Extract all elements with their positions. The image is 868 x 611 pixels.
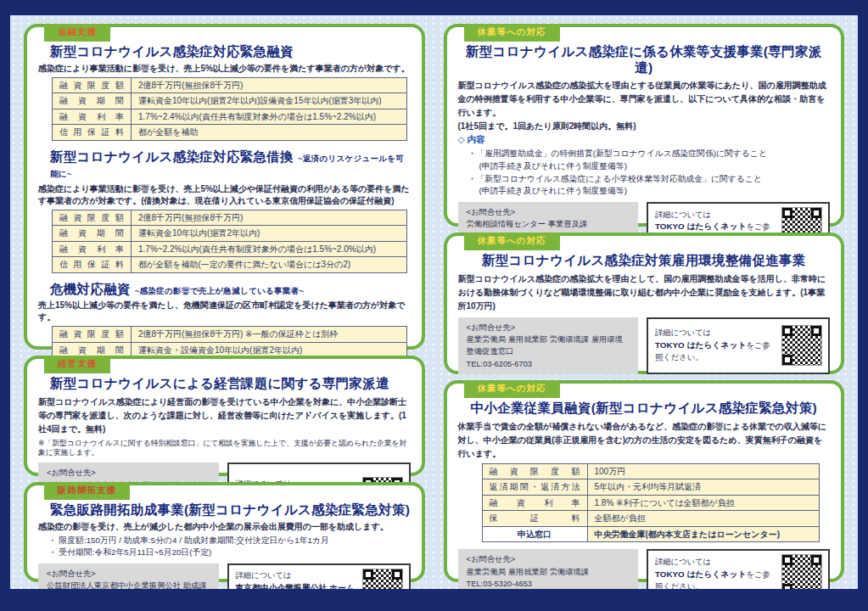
contact-box: <お問合せ先> 産業労働局 雇用就業部 労働環境課 雇用環境整備促進窓口 TEL… [458,317,639,375]
program-title-leave-support: 新型コロナウイルス感染症に係る休業等支援事業(専門家派遣) [458,44,831,76]
card-footer: <お問合せ先> 公益財団法人東京都中小企業振興公社 助成課 TEL:03-325… [38,559,411,589]
contact-line: 産業労働局 雇用就業部 労働環境課 雇用環境整備促進窓口 [467,334,630,358]
row-label: 融資利率 [482,495,587,511]
detail-lead: 詳細については [655,558,711,566]
row-value: 1.8% ※利子については全額都が負担 [587,495,820,511]
program-bullets: ・ 限度額:150万円 / 助成率:5分の4 / 助成対象期間:交付決定日から1… [48,535,411,559]
table-row: 融資利率1.7%~2.2%以内(責任共有制度対象外の場合は1.5%~2.0%以内… [53,241,407,257]
table-row-application-window: 申込窓口中央労働金庫(都内本支店またはローンセンター) [482,526,820,542]
card-leave-support-expert: 休業等への対応 新型コロナウイルス感染症に係る休業等支援事業(専門家派遣) 新型… [444,24,845,227]
row-value: 2億8千万円(無担保8千万円) [132,77,407,93]
row-label: 信用保証料 [53,257,132,273]
row-value: 運転資金10年以内(据置2年以内)設備資金15年以内(据置3年以内) [132,93,407,109]
table-row: 融資期間運転資金10年以内(据置2年以内)設備資金15年以内(据置3年以内) [53,93,407,109]
bullet-item: ・「新型コロナウイルス感染症による小学校休業等対応助成金」に関すること [468,173,831,186]
category-badge-leave: 休業等への対応 [464,233,560,250]
detail-lead: 詳細については [236,571,292,580]
title-text: 新型コロナウイルス感染症対応緊急借換 [50,149,294,164]
program-body: 新型コロナウイルス感染症の感染拡大を理由とする従業員の休業等にあたり、国の雇用調… [458,79,831,120]
card-management-support: 経営支援 新型コロナウイルスによる経営課題に関する専門家派遣 新型コロナウイルス… [24,356,425,476]
row-label: 融資限度額 [53,210,132,226]
detail-text: 詳細については TOKYO はたらくネットをご参照ください。 [655,557,776,589]
row-value: 2億8千万円(無担保8千万円) ※一般の保証枠とは別枠 [132,327,407,343]
row-label: 融資期間 [53,226,132,242]
refinance-terms-table: 融資限度額2億8千万円(無担保8千万円) 融資期間運転資金10年以内(据置2年以… [52,210,407,273]
table-row: 返済期間・返済方法5年以内・元利均等月賦返済 [482,479,820,496]
row-value: 中央労働金庫(都内本支店またはローンセンター) [587,526,820,542]
table-row: 融資利率1.8% ※利子については全額都が負担 [482,495,820,511]
contact-line: <お問合せ先> [467,206,630,218]
row-label: 保証料 [482,511,587,527]
contact-line: 公益財団法人東京都中小企業振興公社 助成課 [47,580,210,589]
category-badge-finance: 金融支援 [44,24,110,42]
contact-line: <お問合せ先> [467,553,630,565]
qr-code [782,555,821,589]
row-label: 信用保証料 [53,125,132,141]
table-row: 保証料全額都が負担 [482,511,820,527]
card-finance-support: 金融支援 新型コロナウイルス感染症対応緊急融資 感染症により事業活動に影響を受け… [24,24,425,350]
program-conditions: (1社5回まで。1回あたり原則2時間以内。無料) [458,120,831,132]
detail-box: 詳細については TOKYO はたらくネットをご参照ください。 [647,317,830,375]
qr-code [363,569,402,589]
category-badge-leave: 休業等への対応 [464,24,560,42]
content-section-label: ◇ 内容 [458,134,831,146]
program-body: 新型コロナウイルス感染症の感染拡大を理由として、国の雇用調整助成金等を活用し、非… [458,272,831,313]
table-row: 融資限度額2億8千万円(無担保8千万円) [53,210,407,226]
row-label: 申込窓口 [482,526,587,542]
row-value: 5年以内・元利均等月賦返済 [587,479,820,496]
program-bullets: ・「雇用調整助成金」の特例措置(新型コロナウイルス感染症関係)に関すること (申… [468,148,831,198]
row-value: 運転資金10年以内(据置2年以内) [132,226,407,242]
row-value: 1.7%~2.2%以内(責任共有制度対象外の場合は1.5%~2.0%以内) [132,241,407,257]
flyer-body: 金融支援 新型コロナウイルス感染症対応緊急融資 感染症により事業活動に影響を受け… [10,15,858,589]
contact-line: <お問合せ先> [47,467,210,479]
card-employee-loan: 休業等への対応 中小企業従業員融資(新型コロナウイルス感染症緊急対策) 休業手当… [444,380,845,582]
bullet-item: ・ 限度額:150万円 / 助成率:5分の4 / 助成対象期間:交付決定日から1… [48,535,411,547]
table-row: 融資期間運転資金10年以内(据置2年以内) [53,226,407,242]
detail-box: 詳細については 東京都中小企業振興公社 ホームページをご参照ください。 [227,563,411,589]
row-value: 都が全額を補助 [132,125,407,141]
bullet-item: ・「雇用調整助成金」の特例措置(新型コロナウイルス感染症関係)に関すること [468,148,831,160]
title-suffix: ~感染症の影響で売上が急減している事業者~ [135,286,304,295]
bullet-subitem: (申請手続き及びそれに伴う制度整備等) [479,160,831,173]
detail-link-name: 東京都中小企業振興公社 ホームページ [236,583,355,589]
program-lead: 感染症の影響を受け、売上が減少した都内中小企業の展示会出展費用の一部を助成します… [38,521,411,533]
program-lead: 感染症により事業活動に影響を受け、売上5%以上減少等の要件を満たす事業者の方が対… [38,63,411,75]
table-row: 融資限度額2億8千万円(無担保8千万円) [53,77,407,93]
row-label: 融資利率 [53,241,132,257]
row-label: 融資利率 [53,109,132,125]
detail-box: 詳細については TOKYO はたらくネットをご参照ください。 [647,549,830,589]
title-text: 危機対応融資 [50,282,131,296]
row-label: 融資期間 [53,93,132,109]
row-label: 融資限度額 [482,463,587,479]
contact-line: 労働相談情報センター 事業普及課 [467,218,630,230]
program-title-employment-env: 新型コロナウイルス感染症対策雇用環境整備促進事業 [458,253,831,269]
flyer-page: { "colors": { "frame_navy": "#18296e", "… [0,0,868,611]
row-value: 100万円 [587,463,820,479]
detail-text: 詳細については 東京都中小企業振興公社 ホームページをご参照ください。 [236,570,356,589]
program-title-expert-dispatch: 新型コロナウイルスによる経営課題に関する専門家派遣 [50,376,411,392]
contact-line: TEL:03-5320-4653 [467,578,630,589]
row-label: 返済期間・返済方法 [482,479,587,496]
category-badge-leave: 休業等への対応 [464,380,560,398]
card-footer: <お問合せ先> 産業労働局 雇用就業部 労働環境課 TEL:03-5320-46… [458,545,831,589]
row-label: 融資限度額 [53,327,132,343]
detail-link-name: TOKYO はたらくネット [655,569,747,579]
program-note: ※「新型コロナウイルスに関する特別相談窓口」にて相談を実施した上で、支援が必要と… [38,439,411,459]
bullet-subitem: (申請手続き及びそれに伴う制度整備等) [479,185,831,198]
table-row: 融資限度額2億8千万円(無担保8千万円) ※一般の保証枠とは別枠 [53,327,407,343]
bullet-item: ・ 受付期間:令和2年5月11日~5月20日(予定) [48,547,411,559]
detail-lead: 詳細については [655,328,711,337]
card-footer: <お問合せ先> 産業労働局 雇用就業部 労働環境課 雇用環境整備促進窓口 TEL… [458,313,831,375]
table-row: 信用保証料都が全額を補助(一定の要件に満たない場合には3分の2) [53,257,407,273]
contact-line: <お問合せ先> [467,322,630,334]
program-lead: 感染症により事業活動に影響を受け、売上5%以上減少や保証付融資の利用がある等の要… [38,183,411,207]
program-lead: 売上15%以上減少等の要件を満たし、危機関連保証の区市町村認定を受けた事業者の方… [38,300,411,323]
category-badge-sales-channel: 販路開拓支援 [44,482,130,500]
employee-loan-terms-table: 融資限度額100万円 返済期間・返済方法5年以内・元利均等月賦返済 融資利率1.… [482,463,820,543]
program-body: 新型コロナウイルス感染症により経営面の影響を受けている中小企業を対象に、中小企業… [38,395,411,436]
row-label: 融資限度額 [53,77,132,93]
row-value: 都が全額を補助(一定の要件に満たない場合には3分の2) [132,257,407,273]
detail-link-name: TOKYO はたらくネット [655,340,747,350]
row-value: 1.7%~2.4%以内(責任共有制度対象外の場合は1.5%~2.2%以内) [132,109,407,125]
program-title-emergency-loan: 新型コロナウイルス感染症対応緊急融資 [50,44,411,60]
